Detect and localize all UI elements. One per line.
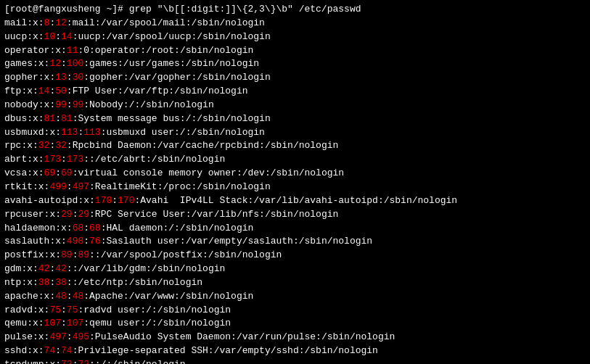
- terminal-line-tcpdump: tcpdump:x:72:72::/:/sbin/nologin: [4, 358, 586, 364]
- terminal-line-games: games:x:12:100:games:/usr/games:/sbin/no…: [4, 57, 586, 71]
- terminal-line-ntp: ntp:x:38:38::/etc/ntp:/sbin/nologin: [4, 276, 586, 290]
- terminal-line-prompt: [root@fangxusheng ~]# grep "\b[[:digit:]…: [4, 3, 586, 17]
- terminal-line-haldaemon: haldaemon:x:68:68:HAL daemon:/:/sbin/nol…: [4, 222, 586, 236]
- terminal-line-pulse: pulse:x:497:495:PulseAudio System Daemon…: [4, 331, 586, 344]
- terminal-line-radvd: radvd:x:75:75:radvd user:/:/sbin/nologin: [4, 304, 586, 318]
- terminal-line-ftp: ftp:x:14:50:FTP User:/var/ftp:/sbin/nolo…: [4, 85, 586, 99]
- terminal-line-gopher: gopher:x:13:30:gopher:/var/gopher:/sbin/…: [4, 71, 586, 85]
- terminal-line-rpc: rpc:x:32:32:Rpcbind Daemon:/var/cache/rp…: [4, 139, 586, 153]
- terminal-line-rtkit: rtkit:x:499:497:RealtimeKit:/proc:/sbin/…: [4, 181, 586, 194]
- terminal-line-saslauth: saslauth:x:498:76:Saslauth user:/var/emp…: [4, 235, 586, 249]
- terminal-line-gdm: gdm:x:42:42::/var/lib/gdm:/sbin/nologin: [4, 262, 586, 276]
- terminal-line-postfix: postfix:x:89:89::/var/spool/postfix:/sbi…: [4, 249, 586, 262]
- terminal-line-uucp: uucp:x:10:14:uucp:/var/spool/uucp:/sbin/…: [4, 30, 586, 44]
- terminal-line-apache: apache:x:48:48:Apache:/var/www:/sbin/nol…: [4, 290, 586, 304]
- terminal-line-abrt: abrt:x:173:173::/etc/abrt:/sbin/nologin: [4, 153, 586, 167]
- terminal: [root@fangxusheng ~]# grep "\b[[:digit:]…: [0, 0, 590, 364]
- terminal-line-vcsa: vcsa:x:69:69:virtual console memory owne…: [4, 167, 586, 181]
- terminal-line-qemu: qemu:x:107:107:qemu user:/:/sbin/nologin: [4, 317, 586, 331]
- terminal-line-avahi: avahi-autoipd:x:170:170:Avahi IPv4LL Sta…: [4, 194, 586, 208]
- terminal-line-operator: operator:x:11:0:operator:/root:/sbin/nol…: [4, 44, 586, 58]
- terminal-line-sshd: sshd:x:74:74:Privilege-separated SSH:/va…: [4, 344, 586, 358]
- terminal-line-dbus: dbus:x:81:81:System message bus:/:/sbin/…: [4, 112, 586, 126]
- terminal-line-rpcuser: rpcuser:x:29:29:RPC Service User:/var/li…: [4, 208, 586, 222]
- terminal-line-usbmuxd: usbmuxd:x:113:113:usbmuxd user:/:/sbin/n…: [4, 126, 586, 140]
- terminal-line-nobody: nobody:x:99:99:Nobody:/:/sbin/nologin: [4, 99, 586, 112]
- terminal-line-mail: mail:x:8:12:mail:/var/spool/mail:/sbin/n…: [4, 17, 586, 30]
